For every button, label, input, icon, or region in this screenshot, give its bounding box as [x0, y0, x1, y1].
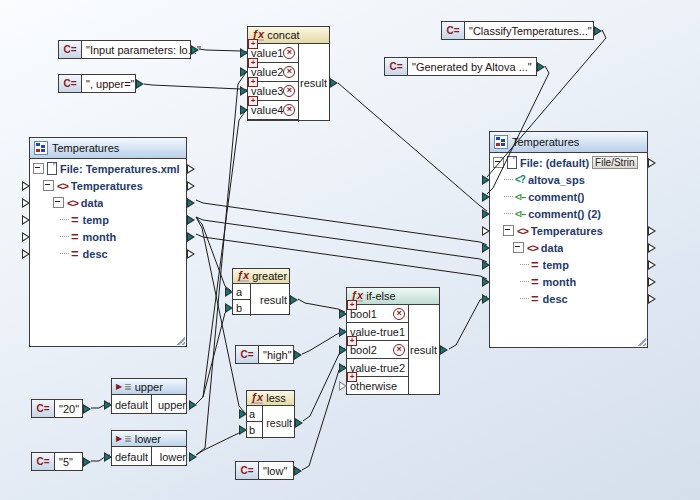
tree-node-temperatures[interactable]: <> Temperatures: [30, 177, 186, 194]
output-connector[interactable]: [295, 418, 303, 428]
connection-upper-greater-b[interactable]: [196, 307, 231, 404]
output-connector[interactable]: [648, 294, 656, 304]
component-upper[interactable]: ▶≣ upper default upper: [111, 378, 187, 414]
resize-grip[interactable]: [176, 336, 185, 345]
target-tree-header[interactable]: Temperatures: [490, 132, 647, 153]
constant-input-params[interactable]: C= "Input parameters: lo...": [58, 40, 191, 59]
connection-lower-value2[interactable]: [196, 71, 247, 455]
constant-high[interactable]: C= "high": [235, 345, 294, 364]
collapse-icon[interactable]: [53, 197, 64, 208]
tree-node-desc[interactable]: = desc: [30, 245, 186, 262]
constant-5[interactable]: C= "5": [31, 452, 83, 471]
output-connector[interactable]: [187, 215, 195, 225]
output-connector[interactable]: [189, 400, 197, 410]
output-connector[interactable]: [187, 198, 195, 208]
output-connector[interactable]: [290, 295, 298, 305]
connection-temp-temp[interactable]: [196, 217, 487, 262]
output-connector[interactable]: [330, 78, 338, 88]
input-connector[interactable]: [225, 303, 233, 313]
add-parameter-icon[interactable]: +: [248, 39, 258, 49]
if-else-header[interactable]: ƒx if-else: [347, 288, 439, 305]
connection-concat-comment2[interactable]: [338, 83, 487, 211]
component-target-temperatures[interactable]: Temperatures File: (default) File/Strin …: [489, 131, 648, 348]
input-connector[interactable]: [339, 327, 347, 337]
input-connector[interactable]: [240, 86, 248, 96]
tree-node-desc[interactable]: = desc: [490, 290, 647, 307]
component-source-temperatures[interactable]: Temperatures File: Temperatures.xml <> T…: [29, 137, 187, 347]
component-less[interactable]: ƒx less a b result: [246, 390, 295, 438]
constant-classify[interactable]: C= "ClassifyTemperatures...": [441, 21, 594, 40]
output-connector[interactable]: [189, 452, 197, 462]
output-connector[interactable]: [648, 243, 656, 253]
connection-greater-bool1[interactable]: [298, 299, 345, 312]
tree-node-comment[interactable]: <!-- comment(): [490, 188, 647, 205]
add-condition-icon[interactable]: +: [347, 372, 357, 382]
input-connector[interactable]: [104, 452, 112, 462]
delete-parameter-icon[interactable]: ×: [283, 66, 295, 78]
input-connector[interactable]: [482, 277, 490, 287]
greater-header[interactable]: ƒx greater: [233, 269, 289, 284]
input-connector[interactable]: [22, 198, 30, 208]
mapping-canvas[interactable]: C= "Input parameters: lo..." C= ", upper…: [0, 0, 700, 500]
tree-node-file-default[interactable]: File: (default) File/Strin: [490, 154, 647, 171]
concat-header[interactable]: ƒx concat: [248, 27, 329, 44]
input-connector[interactable]: [339, 363, 347, 373]
collapse-icon[interactable]: [503, 225, 514, 236]
connection-uppereq-value3[interactable]: [144, 84, 247, 90]
tree-node-data[interactable]: <> data: [490, 239, 647, 256]
delete-condition-icon[interactable]: ×: [393, 308, 405, 320]
add-parameter-icon[interactable]: +: [248, 96, 258, 106]
input-connector[interactable]: [22, 215, 30, 225]
constant-upper-eq[interactable]: C= ", upper=": [58, 74, 136, 93]
delete-condition-icon[interactable]: ×: [393, 344, 405, 356]
output-connector[interactable]: [191, 45, 199, 55]
input-connector[interactable]: [239, 409, 247, 419]
collapse-icon[interactable]: [43, 180, 54, 191]
input-connector[interactable]: [239, 425, 247, 435]
input-connector[interactable]: [482, 209, 490, 219]
tree-node-comment-2[interactable]: <!-- comment() (2): [490, 205, 647, 222]
tree-node-file[interactable]: File: Temperatures.xml: [30, 160, 186, 177]
tree-node-altova-sps[interactable]: <? altova_sps: [490, 171, 647, 188]
output-connector[interactable]: [440, 345, 448, 355]
file-string-button[interactable]: File/Strin: [592, 156, 637, 169]
constant-low[interactable]: C= "low": [235, 461, 294, 480]
output-connector[interactable]: [187, 164, 195, 174]
source-tree-header[interactable]: Temperatures: [30, 138, 186, 159]
input-connector[interactable]: [22, 232, 30, 242]
delete-parameter-icon[interactable]: ×: [283, 104, 295, 116]
output-connector[interactable]: [294, 350, 302, 360]
add-condition-icon[interactable]: +: [347, 336, 357, 346]
constant-generated[interactable]: C= "Generated by Altova ...": [384, 57, 537, 76]
output-connector[interactable]: [187, 249, 195, 259]
input-connector[interactable]: [482, 243, 490, 253]
input-connector[interactable]: [22, 249, 30, 259]
delete-parameter-icon[interactable]: ×: [283, 85, 295, 97]
less-header[interactable]: ƒx less: [247, 391, 294, 406]
constant-20[interactable]: C= "20": [31, 399, 83, 418]
connection-lower-less-b[interactable]: [196, 429, 245, 455]
input-connector[interactable]: [482, 175, 490, 185]
collapse-icon[interactable]: [33, 163, 44, 174]
tree-node-month[interactable]: = month: [490, 273, 647, 290]
input-connector[interactable]: [240, 67, 248, 77]
component-if-else[interactable]: ƒx if-else + bool1 × value-true1 + bool: [346, 287, 440, 395]
output-connector[interactable]: [594, 26, 602, 36]
tree-node-temperatures[interactable]: <> Temperatures: [490, 222, 647, 239]
component-concat[interactable]: ƒx concat + value1 × + value2 × +: [247, 26, 330, 121]
input-connector[interactable]: [482, 294, 490, 304]
connection-ifelse-desc[interactable]: [449, 296, 487, 349]
tree-node-temp[interactable]: = temp: [30, 211, 186, 228]
input-connector[interactable]: [225, 287, 233, 297]
add-parameter-icon[interactable]: +: [248, 58, 258, 68]
output-connector[interactable]: [83, 457, 91, 467]
add-condition-icon[interactable]: +: [347, 300, 357, 310]
input-connector[interactable]: [339, 309, 347, 319]
output-connector[interactable]: [648, 260, 656, 270]
output-connector[interactable]: [648, 226, 656, 236]
tree-node-data[interactable]: <> data: [30, 194, 186, 211]
upper-header[interactable]: ▶≣ upper: [112, 379, 186, 395]
component-greater[interactable]: ƒx greater a b result: [232, 268, 290, 315]
output-connector[interactable]: [83, 404, 91, 414]
output-connector[interactable]: [648, 158, 656, 168]
